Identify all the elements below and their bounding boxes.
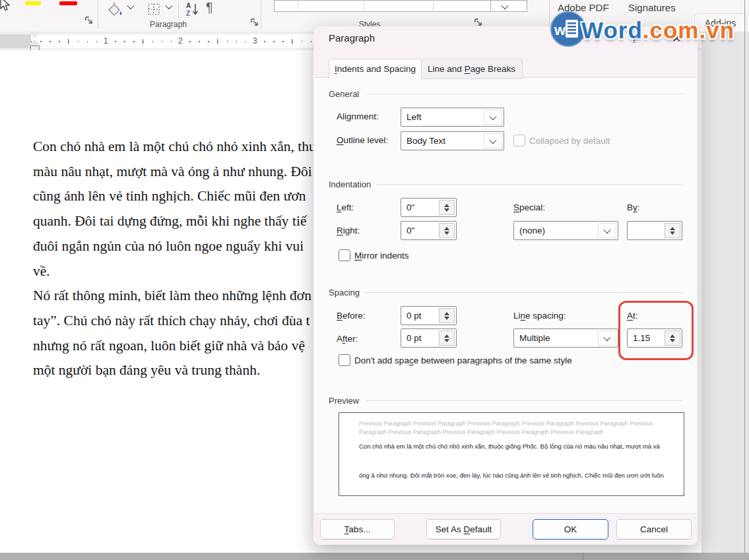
chevron-down-icon[interactable] (166, 4, 172, 9)
left-indent-value: 0" (401, 202, 438, 212)
gallery-cell-divider (364, 1, 364, 11)
spin-down-icon (444, 317, 449, 320)
spinner-buttons[interactable] (665, 330, 680, 346)
dialog-launcher-icon[interactable] (250, 18, 259, 27)
alignment-value: Left (401, 112, 482, 122)
outline-level-dropdown[interactable]: Body Text (401, 131, 504, 150)
spinner-buttons[interactable] (665, 223, 680, 238)
borders-icon[interactable] (145, 2, 162, 16)
ruler-number: 2 (176, 36, 185, 46)
ribbon-separator (549, 0, 550, 29)
outline-level-value: Body Text (401, 136, 482, 146)
bottom-bar-divider (583, 553, 583, 560)
before-spinner[interactable]: 0 pt (401, 306, 457, 325)
mirror-indents-checkbox[interactable] (339, 249, 350, 261)
preview-sample-line: Con chó nhà em là một chú chó nhỏ xinh x… (359, 443, 660, 450)
chevron-down-icon (489, 112, 496, 119)
sort-icon[interactable]: AZ (183, 1, 201, 18)
at-spinner[interactable]: 1.15 (627, 328, 682, 348)
tab-add-ins[interactable]: Add-ins (694, 13, 746, 32)
spinner-buttons[interactable] (439, 308, 455, 323)
dialog-launcher-icon[interactable] (474, 18, 483, 27)
at-label: At: (627, 310, 638, 321)
special-value: (none) (514, 226, 597, 235)
dropdown-button[interactable] (598, 223, 616, 238)
right-indent-value: 0" (401, 226, 438, 235)
spin-down-icon (670, 339, 675, 342)
ribbon-separator (261, 0, 261, 29)
line-spacing-value: Multiple (514, 333, 597, 343)
by-spinner[interactable] (627, 221, 682, 240)
spinner-buttons[interactable] (439, 200, 455, 215)
spin-up-icon (444, 227, 449, 230)
svg-text:Z: Z (186, 10, 190, 17)
ok-button[interactable]: OK (533, 519, 608, 540)
tab-line-and-page-breaks[interactable]: Line and Page Breaks (420, 59, 523, 79)
after-label: After: (337, 333, 358, 344)
preview-previous-text: Previous Paragraph Previous Paragraph Pr… (359, 420, 668, 437)
chevron-down-icon (603, 226, 610, 233)
dont-add-space-label: Don't add space between paragraphs of th… (354, 355, 572, 366)
button-bar-divider (314, 513, 697, 514)
group-line (376, 184, 683, 185)
dialog-launcher-icon[interactable] (84, 16, 94, 25)
ribbon-separator (98, 0, 98, 29)
line-spacing-dropdown[interactable]: Multiple (513, 328, 618, 348)
dialog-title: Paragraph (329, 32, 375, 44)
right-indent-label: Right: (337, 225, 360, 236)
document-background (701, 32, 749, 560)
group-line (364, 292, 683, 293)
before-label: Before: (337, 310, 366, 321)
before-value: 0 pt (401, 311, 438, 321)
special-dropdown[interactable]: (none) (513, 221, 618, 240)
gallery-divider (490, 1, 491, 11)
gallery-cell-divider (433, 1, 434, 11)
after-spinner[interactable]: 0 pt (401, 328, 457, 348)
spin-up-icon (670, 227, 675, 230)
spacing-heading: Spacing (329, 288, 360, 297)
preview-sample-line: óng ả như nhung. Đôi mắt tròn xoe, đen l… (359, 472, 664, 479)
right-indent-spinner[interactable]: 0" (401, 221, 457, 240)
after-value: 0 pt (401, 333, 438, 343)
spinner-buttons[interactable] (439, 330, 455, 346)
font-color-swatch[interactable] (59, 1, 77, 5)
dropdown-button[interactable] (598, 330, 616, 346)
tab-indents-and-spacing[interactable]: Indents and Spacing (329, 59, 422, 79)
dont-add-space-checkbox[interactable] (339, 354, 350, 366)
tab-adobe-pdf[interactable]: Adobe PDF (558, 2, 609, 13)
spin-down-icon (444, 339, 449, 342)
tabs-button[interactable]: Tabs... (320, 519, 395, 540)
close-icon[interactable]: ✕ (668, 32, 684, 46)
highlight-color-swatch[interactable] (25, 1, 41, 5)
window-edge (744, 0, 745, 553)
pilcrow-icon[interactable]: ¶ (206, 0, 213, 15)
cancel-button[interactable]: Cancel (616, 519, 692, 540)
chevron-down-icon[interactable] (128, 4, 133, 9)
tab-signatures[interactable]: Signatures (628, 2, 676, 13)
tab-label: P (465, 64, 471, 74)
styles-gallery[interactable] (274, 0, 527, 12)
gallery-cell-divider (298, 1, 298, 11)
group-line (366, 400, 683, 401)
svg-text:A: A (186, 2, 191, 9)
help-icon[interactable]: ? (628, 33, 641, 46)
dropdown-button[interactable] (484, 133, 502, 148)
alignment-dropdown[interactable]: Left (401, 108, 504, 127)
tab-label: Line and (428, 64, 465, 74)
alignment-label: Alignment: (337, 111, 379, 122)
ribbon-separator (178, 1, 179, 18)
left-indent-spinner[interactable]: 0" (401, 198, 457, 217)
group-line (367, 94, 683, 94)
dropdown-button[interactable] (484, 109, 502, 125)
chevron-down-icon[interactable] (502, 4, 507, 9)
general-heading: General (329, 89, 359, 99)
outline-level-label: Outline level: (337, 135, 388, 146)
indentation-heading: Indentation (329, 179, 371, 189)
set-as-default-button[interactable]: Set As Default (426, 519, 501, 540)
ruler-number: 3 (250, 36, 260, 46)
line-spacing-label: Line spacing: (513, 310, 566, 321)
shading-icon[interactable] (106, 1, 124, 17)
collapsed-by-default-checkbox (513, 135, 525, 146)
spinner-buttons[interactable] (439, 223, 455, 238)
spin-up-icon (670, 334, 675, 338)
